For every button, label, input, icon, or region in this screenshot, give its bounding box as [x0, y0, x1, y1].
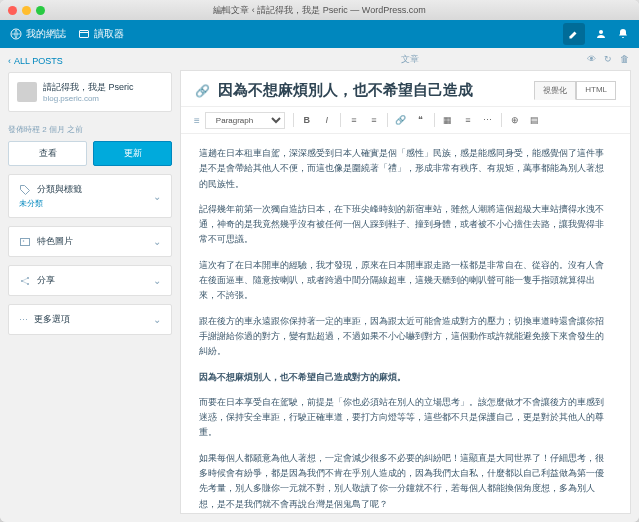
maximize-window-icon[interactable]	[36, 6, 45, 15]
topbar: 我的網誌 讀取器	[0, 20, 639, 48]
compose-button[interactable]	[563, 23, 585, 45]
chevron-down-icon: ⌄	[153, 314, 161, 325]
view-button[interactable]: 查看	[8, 141, 87, 166]
minimize-window-icon[interactable]	[22, 6, 31, 15]
svg-point-6	[21, 280, 23, 282]
my-sites-link[interactable]: 我的網誌	[10, 27, 66, 41]
site-avatar	[17, 82, 37, 102]
paragraph: 而要在日本享受自在駕駛，前提是「你也必須站在別人的立場思考」。該怎麼做才不會讓後…	[199, 395, 612, 441]
format-select[interactable]: Paragraph	[205, 112, 285, 129]
svg-point-7	[27, 277, 29, 279]
tab-html[interactable]: HTML	[576, 81, 616, 100]
sidebar: ‹ ALL POSTS 請記得我，我是 Pseric blog.pseric.c…	[0, 48, 180, 522]
paragraph: 這次有了在日本開車的經驗，我才發現，原來在日本開車跟走路一樣都是非常自在、從容的…	[199, 258, 612, 304]
publish-info: 發佈時程 2 個月 之前	[8, 120, 172, 141]
site-url: blog.pseric.com	[43, 94, 134, 103]
link-button[interactable]: 🔗	[392, 111, 410, 129]
bell-icon[interactable]	[617, 28, 629, 40]
bold-button[interactable]: B	[298, 111, 316, 129]
pencil-icon	[568, 28, 580, 40]
svg-rect-1	[80, 31, 89, 38]
tag-icon	[19, 184, 31, 196]
svg-rect-4	[21, 238, 30, 245]
permalink-icon[interactable]: 🔗	[195, 84, 210, 98]
featured-image-panel[interactable]: 特色圖片 ⌄	[8, 226, 172, 257]
window-title: 編輯文章 ‹ 請記得我，我是 Pseric — WordPress.com	[213, 4, 425, 17]
share-icon	[19, 275, 31, 287]
more-options-panel[interactable]: ⋯更多選項 ⌄	[8, 304, 172, 335]
reader-link[interactable]: 讀取器	[78, 27, 124, 41]
paragraph: 跟在後方的車永遠跟你保持著一定的車距，因為跟太近可能會造成對方的壓力；切換車道時…	[199, 314, 612, 360]
site-name: 請記得我，我是 Pseric	[43, 81, 134, 94]
svg-point-8	[27, 283, 29, 285]
editor: 🔗 因為不想麻煩別人，也不希望自己造成 視覺化 HTML ≡ Paragraph…	[180, 70, 631, 514]
update-button[interactable]: 更新	[93, 141, 172, 166]
trash-icon[interactable]: 🗑	[620, 54, 629, 64]
paragraph: 這趟在日本租車自駕，深深感受到日本人確實是個「感性」民族，感是能感同身受，能感覺…	[199, 146, 612, 192]
paragraph-bold: 因為不想麻煩別人，也不希望自己造成對方的麻煩。	[199, 370, 612, 385]
italic-button[interactable]: I	[318, 111, 336, 129]
history-icon[interactable]: ↻	[604, 54, 612, 64]
eye-icon[interactable]: 👁	[587, 54, 596, 64]
post-title-input[interactable]: 因為不想麻煩別人，也不希望自己造成	[218, 81, 473, 100]
align-button[interactable]: ≡	[459, 111, 477, 129]
site-card[interactable]: 請記得我，我是 Pseric blog.pseric.com	[8, 72, 172, 112]
special-button[interactable]: ⊕	[506, 111, 524, 129]
categories-tags-panel[interactable]: 分類與標籤 未分類 ⌄	[8, 174, 172, 218]
number-list-button[interactable]: ≡	[365, 111, 383, 129]
editor-toolbar: ≡ Paragraph B I ≡ ≡ 🔗 ❝ ▦ ≡ ⋯ ⊕	[181, 107, 630, 134]
share-panel[interactable]: 分享 ⌄	[8, 265, 172, 296]
ellipsis-icon: ⋯	[19, 315, 28, 325]
back-to-posts-link[interactable]: ‹ ALL POSTS	[8, 56, 172, 66]
toolbar-toggle-icon[interactable]: ≡	[191, 112, 203, 129]
media-button[interactable]: ▦	[439, 111, 457, 129]
paragraph: 如果每個人都願意為他人著想，一定會減少很多不必要的糾紛吧！這顯直是大同世界了！仔…	[199, 451, 612, 512]
chevron-down-icon: ⌄	[153, 275, 161, 286]
content-type-label: 文章	[401, 53, 419, 66]
chevron-left-icon: ‹	[8, 56, 11, 66]
close-window-icon[interactable]	[8, 6, 17, 15]
kitchen-sink-button[interactable]: ▤	[526, 111, 544, 129]
svg-point-5	[23, 240, 25, 242]
window-titlebar: 編輯文章 ‹ 請記得我，我是 Pseric — WordPress.com	[0, 0, 639, 20]
reader-icon	[78, 28, 90, 40]
tab-visual[interactable]: 視覺化	[534, 81, 576, 100]
user-icon[interactable]	[595, 28, 607, 40]
chevron-down-icon: ⌄	[153, 236, 161, 247]
wordpress-icon	[10, 28, 22, 40]
image-icon	[19, 236, 31, 248]
content-type-bar: 文章 👁 ↻ 🗑	[180, 48, 639, 70]
more-button[interactable]: ⋯	[479, 111, 497, 129]
quote-button[interactable]: ❝	[412, 111, 430, 129]
svg-point-3	[599, 30, 603, 34]
paragraph: 記得幾年前第一次獨自造訪日本，在下班尖峰時刻的新宿車站，雖然人潮將這個超級大車站…	[199, 202, 612, 248]
editor-body[interactable]: 這趟在日本租車自駕，深深感受到日本人確實是個「感性」民族，感是能感同身受，能感覺…	[181, 134, 630, 513]
chevron-down-icon: ⌄	[153, 191, 161, 202]
bullet-list-button[interactable]: ≡	[345, 111, 363, 129]
